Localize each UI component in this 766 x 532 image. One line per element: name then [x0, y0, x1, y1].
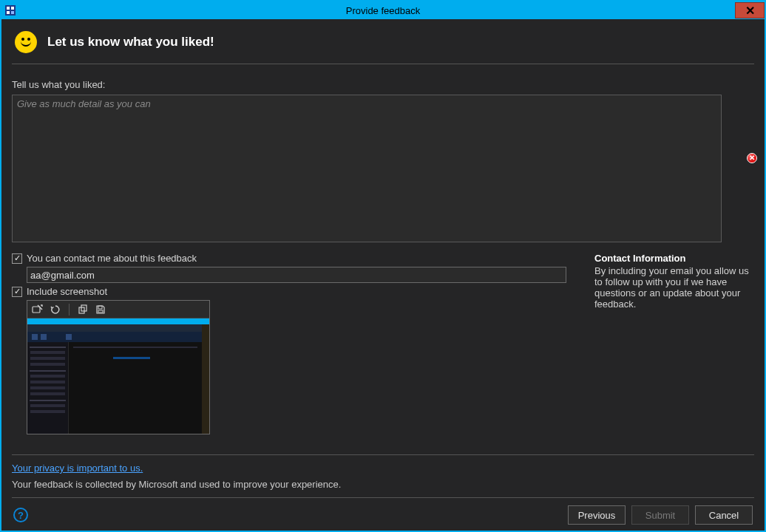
screenshot-toolbar — [27, 301, 209, 318]
svg-rect-1 — [7, 7, 10, 10]
feedback-textarea[interactable] — [12, 95, 722, 242]
cancel-button[interactable]: Cancel — [695, 505, 753, 525]
save-icon[interactable] — [93, 303, 108, 316]
email-field[interactable] — [27, 267, 566, 283]
svg-rect-3 — [7, 11, 10, 14]
close-icon: ✕ — [745, 4, 755, 18]
screenshot-frame — [27, 300, 210, 434]
window-title: Provide feedback — [1, 5, 765, 16]
app-icon — [4, 4, 16, 16]
validation-error-icon[interactable]: ✕ — [747, 153, 757, 163]
privacy-link[interactable]: Your privacy is important to us. — [12, 463, 143, 474]
collected-text: Your feedback is collected by Microsoft … — [12, 479, 754, 490]
svg-rect-9 — [98, 310, 103, 313]
button-bar: ? Previous Submit Cancel — [12, 497, 754, 531]
svg-rect-5 — [33, 307, 40, 313]
svg-rect-2 — [11, 7, 14, 10]
previous-button[interactable]: Previous — [568, 505, 626, 525]
content-area: Let us know what you liked! Tell us what… — [1, 19, 765, 531]
include-screenshot-checkbox[interactable]: ✓ — [12, 287, 22, 297]
feedback-prompt-label: Tell us what you liked: — [12, 79, 754, 90]
annotate-icon[interactable] — [30, 303, 45, 316]
screenshot-preview[interactable] — [27, 318, 209, 434]
window-close-button[interactable]: ✕ — [735, 2, 765, 18]
feedback-window: Provide feedback ✕ Let us know what you … — [0, 0, 766, 532]
contact-me-label: You can contact me about this feedback — [27, 253, 197, 264]
footer-area: Your privacy is important to us. Your fe… — [12, 455, 754, 490]
contact-info-panel: Contact Information By including your em… — [594, 253, 754, 434]
page-header: Let us know what you liked! — [12, 19, 754, 64]
page-heading: Let us know what you liked! — [47, 35, 214, 50]
contact-me-checkbox[interactable]: ✓ — [12, 253, 22, 264]
svg-rect-8 — [98, 306, 102, 309]
form-body: Tell us what you liked: ✕ ✓ You can cont… — [12, 64, 754, 454]
contact-info-text: By including your email you allow us to … — [594, 265, 750, 310]
reset-icon[interactable] — [48, 303, 63, 316]
include-screenshot-label: Include screenshot — [27, 286, 107, 297]
submit-button[interactable]: Submit — [631, 505, 689, 525]
smiley-icon — [15, 31, 37, 53]
toolbar-divider — [69, 304, 70, 316]
contact-info-title: Contact Information — [594, 253, 750, 264]
svg-rect-4 — [11, 11, 14, 14]
help-icon[interactable]: ? — [13, 508, 28, 522]
copy-icon[interactable] — [75, 303, 90, 316]
titlebar[interactable]: Provide feedback ✕ — [1, 1, 765, 19]
